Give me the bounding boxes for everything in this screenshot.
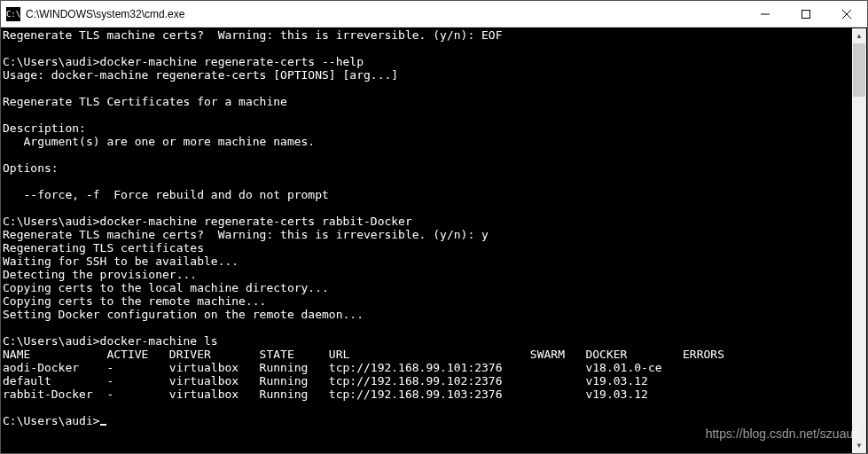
scrollbar[interactable]: ▲ ▼ — [852, 28, 866, 453]
maximize-button[interactable] — [786, 1, 826, 27]
minimize-button[interactable] — [745, 1, 786, 27]
terminal-output[interactable]: Regenerate TLS machine certs? Warning: t… — [1, 27, 867, 453]
scroll-up-icon[interactable]: ▲ — [852, 28, 866, 43]
titlebar[interactable]: C:\ C:\WINDOWS\system32\cmd.exe — [1, 1, 867, 27]
cursor — [100, 424, 106, 426]
cmd-icon: C:\ — [6, 7, 20, 21]
scroll-thumb[interactable] — [853, 43, 865, 97]
close-icon — [842, 10, 851, 19]
maximize-icon — [802, 10, 810, 19]
prompt: C:\Users\audi> — [3, 414, 100, 427]
scroll-down-icon[interactable]: ▼ — [852, 438, 866, 453]
close-button[interactable] — [826, 1, 867, 27]
svg-rect-1 — [802, 10, 810, 18]
window-title: C:\WINDOWS\system32\cmd.exe — [26, 8, 745, 20]
cmd-window: C:\ C:\WINDOWS\system32\cmd.exe Regenera… — [0, 0, 868, 454]
minimize-icon — [761, 10, 770, 19]
